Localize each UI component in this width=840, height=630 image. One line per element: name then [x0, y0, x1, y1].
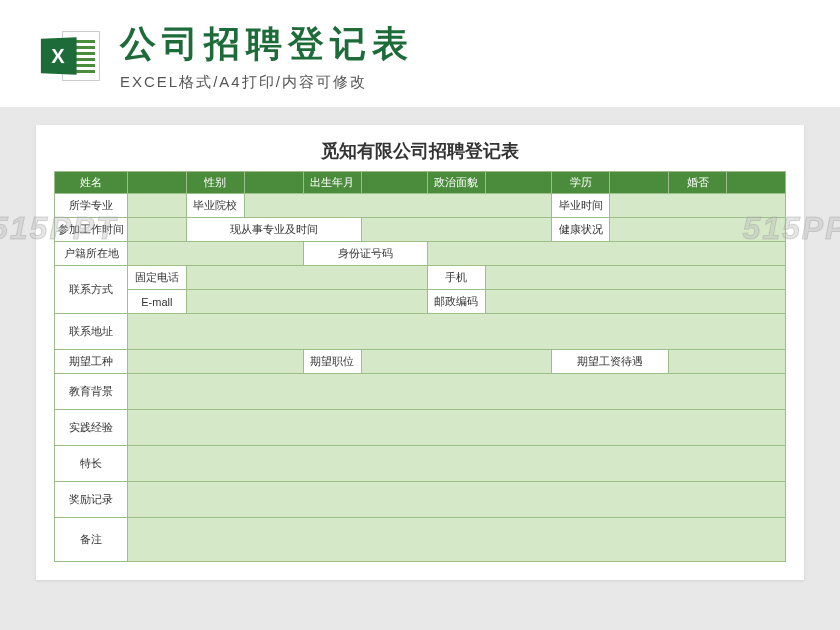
cell[interactable]	[610, 194, 786, 218]
row-exp: 实践经验	[55, 410, 786, 446]
lbl-major: 所学专业	[55, 194, 128, 218]
lbl-remark: 备注	[55, 518, 128, 562]
lbl-tel: 固定电话	[128, 266, 186, 290]
lbl-salary: 期望工资待遇	[552, 350, 669, 374]
lbl-edu: 教育背景	[55, 374, 128, 410]
lbl-school: 毕业院校	[186, 194, 244, 218]
row-major: 所学专业 毕业院校 毕业时间	[55, 194, 786, 218]
lbl-post: 邮政编码	[427, 290, 485, 314]
lbl-award: 奖励记录	[55, 482, 128, 518]
cell[interactable]	[128, 218, 186, 242]
form-title: 觅知有限公司招聘登记表	[54, 139, 786, 163]
lbl-jobtype: 期望工种	[55, 350, 128, 374]
lbl-hukou: 户籍所在地	[55, 242, 128, 266]
lbl-addr: 联系地址	[55, 314, 128, 350]
lbl-gradtime: 毕业时间	[552, 194, 610, 218]
lbl-mobile: 手机	[427, 266, 485, 290]
row-award: 奖励记录	[55, 482, 786, 518]
cell[interactable]	[245, 194, 552, 218]
sub-title: EXCEL格式/A4打印/内容可修改	[120, 73, 800, 92]
lbl-contact: 联系方式	[55, 266, 128, 314]
row-contact1: 联系方式 固定电话 手机	[55, 266, 786, 290]
row-remark: 备注	[55, 518, 786, 562]
cell[interactable]	[610, 218, 786, 242]
page-header: X 公司招聘登记表 EXCEL格式/A4打印/内容可修改	[0, 0, 840, 107]
cell[interactable]	[128, 242, 303, 266]
hdr-gender: 性别	[186, 172, 244, 194]
cell[interactable]	[361, 218, 551, 242]
lbl-current: 现从事专业及时间	[186, 218, 361, 242]
lbl-exp: 实践经验	[55, 410, 128, 446]
hdr-name: 姓名	[55, 172, 128, 194]
cell[interactable]	[128, 410, 786, 446]
cell[interactable]	[128, 350, 303, 374]
row-specialty: 特长	[55, 446, 786, 482]
cell[interactable]	[486, 266, 786, 290]
row-hukou: 户籍所在地 身份证号码	[55, 242, 786, 266]
cell[interactable]	[361, 350, 551, 374]
form-sheet: 觅知有限公司招聘登记表 姓名 性别 出生年月 政治面貌 学历 婚否 所学专业 毕…	[36, 125, 804, 580]
row-expect: 期望工种 期望职位 期望工资待遇	[55, 350, 786, 374]
cell[interactable]	[128, 446, 786, 482]
lbl-specialty: 特长	[55, 446, 128, 482]
cell[interactable]	[427, 242, 785, 266]
main-title: 公司招聘登记表	[120, 20, 800, 69]
cell[interactable]	[128, 194, 186, 218]
hdr-birth: 出生年月	[303, 172, 361, 194]
row-edu: 教育背景	[55, 374, 786, 410]
lbl-position: 期望职位	[303, 350, 361, 374]
row-contact2: E-mall 邮政编码	[55, 290, 786, 314]
hdr-education: 学历	[552, 172, 610, 194]
cell[interactable]	[486, 290, 786, 314]
lbl-email: E-mall	[128, 290, 186, 314]
cell[interactable]	[128, 482, 786, 518]
cell[interactable]	[128, 314, 786, 350]
cell[interactable]	[128, 518, 786, 562]
title-area: 公司招聘登记表 EXCEL格式/A4打印/内容可修改	[120, 20, 800, 92]
hdr-political: 政治面貌	[427, 172, 485, 194]
hdr-marital: 婚否	[668, 172, 726, 194]
lbl-health: 健康状况	[552, 218, 610, 242]
cell[interactable]	[668, 350, 785, 374]
cell[interactable]	[128, 374, 786, 410]
header-row: 姓名 性别 出生年月 政治面貌 学历 婚否	[55, 172, 786, 194]
excel-icon: X	[40, 26, 100, 86]
lbl-worktime: 参加工作时间	[55, 218, 128, 242]
registration-table: 姓名 性别 出生年月 政治面貌 学历 婚否 所学专业 毕业院校 毕业时间 参加工…	[54, 171, 786, 562]
row-worktime: 参加工作时间 现从事专业及时间 健康状况	[55, 218, 786, 242]
lbl-idno: 身份证号码	[303, 242, 427, 266]
cell[interactable]	[186, 290, 427, 314]
cell[interactable]	[186, 266, 427, 290]
row-address: 联系地址	[55, 314, 786, 350]
